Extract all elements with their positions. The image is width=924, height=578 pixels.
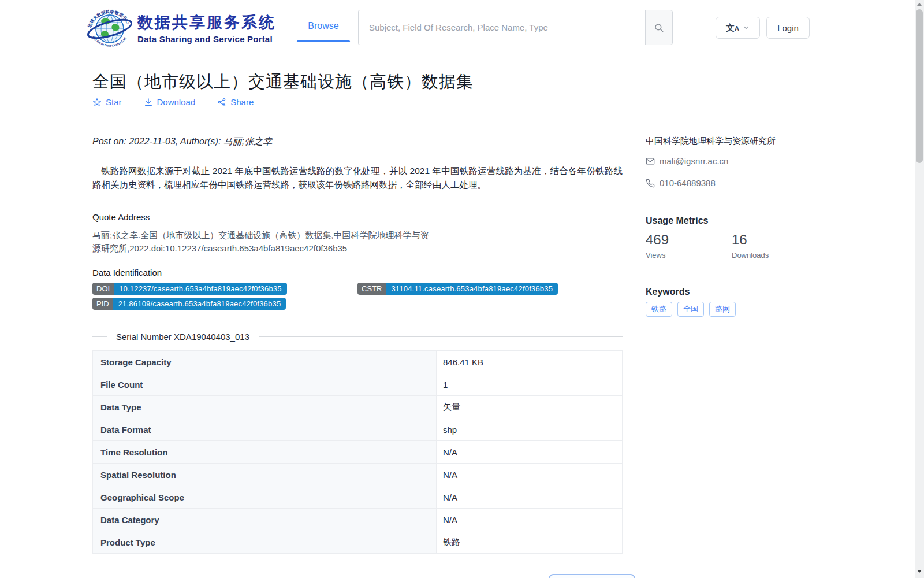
row-value: 846.41 KB	[437, 351, 622, 373]
usage-metrics-heading: Usage Metrics	[646, 216, 709, 226]
download-button[interactable]: Download	[144, 97, 196, 107]
vertical-scrollbar[interactable]	[915, 0, 924, 578]
keyword-tags: 铁路 全国 路网	[646, 302, 736, 317]
pid-badge-value: 21.86109/casearth.653a4bfa819aec42f0f36b…	[113, 298, 286, 310]
contact-phone: 010-64889388	[646, 178, 716, 188]
bottom-action-button-partial[interactable]	[549, 574, 635, 578]
post-meta: Post on: 2022-11-03, Author(s): 马丽;张之幸	[92, 136, 272, 148]
pid-badge-label: PID	[92, 298, 113, 310]
row-label: Time Resolution	[93, 441, 437, 463]
post-meta-prefix: Post on: 2022-11-03, Author(s):	[92, 136, 223, 146]
sidebar: 中国科学院地理科学与资源研究所 mali@igsnrr.ac.cn 010-64…	[646, 55, 836, 578]
doi-badge[interactable]: DOI 10.12237/casearth.653a4bfa819aec42f0…	[92, 283, 287, 295]
cstr-badge-value: 31104.11.casearth.653a4bfa819aec42f0f36b…	[386, 283, 558, 295]
search-bar	[358, 10, 673, 45]
keyword-tag[interactable]: 路网	[709, 302, 736, 317]
row-label: Product Type	[93, 531, 437, 553]
attributes-table: Storage Capacity 846.41 KB File Count 1 …	[92, 350, 623, 554]
table-row: Data Type 矢量	[93, 396, 622, 418]
table-row: Product Type 铁路	[93, 531, 622, 554]
keywords-heading: Keywords	[646, 287, 690, 297]
table-row: Geographical Scope N/A	[93, 486, 622, 509]
row-label: Data Type	[93, 396, 437, 418]
row-label: Geographical Scope	[93, 486, 437, 508]
downloads-label: Downloads	[732, 251, 818, 260]
row-value: N/A	[437, 441, 622, 463]
share-icon	[217, 98, 226, 107]
contact-email[interactable]: mali@igsnrr.ac.cn	[646, 156, 728, 166]
table-row: Data Category N/A	[93, 509, 622, 531]
phone-icon	[646, 179, 655, 188]
main-content: 全国（地市级以上）交通基础设施（高铁）数据集 Star Download	[92, 55, 623, 578]
scroll-down-arrow[interactable]	[917, 570, 922, 573]
share-button[interactable]: Share	[217, 97, 254, 107]
quote-address-text: 马丽;张之幸.全国（地市级以上）交通基础设施（高铁）数据集,中国科学院地理科学与…	[92, 228, 434, 255]
star-button[interactable]: Star	[92, 97, 122, 107]
row-label: Data Format	[93, 418, 437, 440]
row-label: Spatial Resolution	[93, 464, 437, 486]
dataset-description: 铁路路网数据来源于对截止 2021 年底中国铁路运营线路的数字化处理，并以 20…	[92, 164, 623, 192]
divider-line	[259, 336, 623, 337]
download-icon	[144, 98, 153, 107]
keyword-tag[interactable]: 铁路	[646, 302, 672, 317]
star-label: Star	[106, 97, 122, 107]
row-value: N/A	[437, 464, 622, 486]
doi-badge-label: DOI	[92, 283, 114, 295]
search-icon	[654, 23, 664, 33]
table-row: Time Resolution N/A	[93, 441, 622, 464]
scrollbar-thumb[interactable]	[916, 9, 923, 163]
post-meta-authors: 马丽;张之幸	[223, 136, 272, 146]
keyword-tag[interactable]: 全国	[677, 302, 704, 317]
cstr-badge-label: CSTR	[357, 283, 386, 295]
envelope-icon	[646, 157, 655, 166]
chevron-down-icon	[743, 24, 750, 31]
download-label: Download	[157, 97, 196, 107]
table-row: Spatial Resolution N/A	[93, 464, 622, 486]
serial-number-label: Serial Number XDA19040403_013	[116, 332, 249, 342]
data-identification-heading: Data Identification	[92, 268, 162, 277]
dataset-actions: Star Download Share	[92, 97, 254, 107]
row-value: N/A	[437, 509, 622, 531]
divider-dash	[92, 336, 107, 337]
email-text: mali@igsnrr.ac.cn	[660, 156, 728, 166]
serial-number-divider: Serial Number XDA19040403_013	[92, 332, 623, 342]
doi-badge-value: 10.12237/casearth.653a4bfa819aec42f0f36b…	[114, 283, 287, 295]
star-icon	[92, 98, 102, 107]
search-button[interactable]	[645, 10, 673, 45]
row-label: Data Category	[93, 509, 437, 531]
table-row: File Count 1	[93, 373, 622, 396]
row-value: shp	[437, 418, 622, 440]
translate-icon: 文A	[726, 23, 739, 34]
search-input[interactable]	[358, 10, 645, 45]
downloads-count: 16	[732, 232, 818, 248]
quote-address-heading: Quote Address	[92, 212, 150, 222]
site-logo[interactable]: 地球大数据科学数据中心 Big Earth Data Center,CAS 数据…	[85, 7, 276, 49]
cstr-badge[interactable]: CSTR 31104.11.casearth.653a4bfa819aec42f…	[357, 283, 558, 295]
metric-downloads: 16 Downloads	[732, 232, 818, 260]
share-label: Share	[230, 97, 254, 107]
row-value: 1	[437, 373, 622, 395]
row-label: File Count	[93, 373, 437, 395]
scroll-up-arrow[interactable]	[917, 3, 922, 6]
site-title-en: Data Sharing and Service Portal	[137, 34, 276, 44]
login-label: Login	[777, 23, 799, 33]
views-count: 469	[646, 232, 732, 248]
pid-badge[interactable]: PID 21.86109/casearth.653a4bfa819aec42f0…	[92, 298, 286, 310]
views-label: Views	[646, 251, 732, 260]
phone-text: 010-64889388	[660, 178, 716, 188]
row-label: Storage Capacity	[93, 351, 437, 373]
tab-browse[interactable]: Browse	[297, 21, 350, 42]
table-row: Data Format shp	[93, 418, 622, 441]
institution-name: 中国科学院地理科学与资源研究所	[646, 136, 776, 147]
dataset-title: 全国（地市级以上）交通基础设施（高铁）数据集	[92, 71, 474, 94]
logo-text: 数据共享服务系统 Data Sharing and Service Portal	[137, 12, 276, 44]
row-value: 铁路	[437, 531, 622, 553]
header: 地球大数据科学数据中心 Big Earth Data Center,CAS 数据…	[0, 0, 915, 55]
tab-active-indicator	[297, 40, 350, 42]
table-row: Storage Capacity 846.41 KB	[93, 351, 622, 373]
language-selector-button[interactable]: 文A	[716, 17, 760, 39]
row-value: N/A	[437, 486, 622, 508]
login-button[interactable]: Login	[766, 17, 810, 39]
tab-browse-label: Browse	[308, 21, 338, 31]
metric-views: 469 Views	[646, 232, 732, 260]
